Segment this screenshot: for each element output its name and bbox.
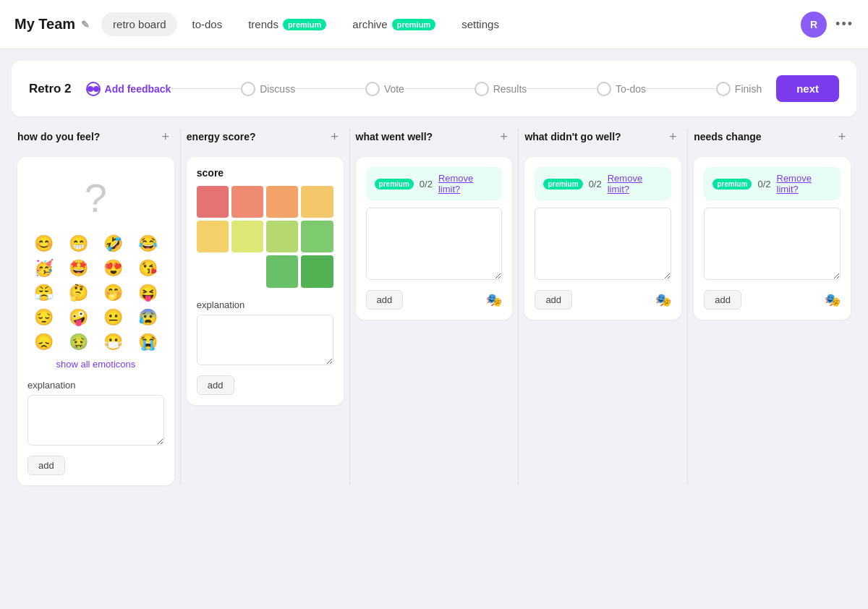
feel-explanation-textarea[interactable]	[27, 395, 164, 446]
score-grid	[197, 186, 333, 288]
score-cell[interactable]	[231, 221, 263, 252]
more-menu-button[interactable]: •••	[835, 17, 854, 32]
needs-change-add-button[interactable]: add	[704, 290, 741, 310]
add-energy-button[interactable]: +	[326, 128, 344, 145]
add-feel-button[interactable]: +	[157, 128, 174, 145]
score-cell[interactable]	[301, 186, 333, 218]
score-cell[interactable]	[266, 186, 298, 218]
step-discuss[interactable]: Discuss	[241, 82, 295, 96]
column-went-well-title: what went well?	[356, 131, 433, 142]
needs-change-premium-banner: premium 0/2 Remove limit?	[704, 167, 841, 200]
score-cell[interactable]	[197, 221, 229, 252]
column-needs-change-header: needs change +	[694, 128, 851, 148]
column-went-well-header: what went well? +	[356, 128, 513, 148]
score-cell[interactable]	[301, 221, 333, 252]
tab-to-dos[interactable]: to-dos	[180, 12, 234, 36]
went-well-remove-limit[interactable]: Remove limit?	[438, 173, 493, 195]
emoji-cell[interactable]: 😂	[132, 233, 164, 255]
score-cell[interactable]	[231, 186, 263, 218]
didnt-go-well-premium-banner: premium 0/2 Remove limit?	[535, 167, 671, 200]
didnt-go-well-limit-count: 0/2	[589, 179, 602, 189]
went-well-card-footer: add 🎭	[366, 290, 503, 310]
emoji-cell[interactable]: 😘	[132, 257, 164, 279]
show-all-emoticons-link[interactable]: show all emoticons	[27, 359, 164, 370]
needs-change-card-footer: add 🎭	[704, 290, 841, 310]
score-cell[interactable]	[301, 255, 333, 287]
step-finish[interactable]: Finish	[716, 82, 762, 96]
emoji-cell[interactable]: 😰	[132, 307, 164, 328]
step-line-5	[646, 88, 716, 89]
score-cell[interactable]	[266, 221, 298, 252]
column-energy-header: energy score? +	[187, 128, 344, 148]
emoji-cell[interactable]: 🤪	[62, 307, 94, 328]
didnt-go-well-feedback-textarea[interactable]	[535, 208, 671, 280]
step-circle-results	[475, 82, 489, 96]
went-well-add-button[interactable]: add	[366, 290, 404, 310]
emoji-cell[interactable]: 🤩	[62, 257, 94, 279]
step-todos[interactable]: To-dos	[597, 82, 646, 96]
tab-settings[interactable]: settings	[450, 12, 511, 36]
step-add-feedback[interactable]: Add feedback	[86, 82, 171, 96]
mask-icon-didnt-go-well[interactable]: 🎭	[655, 292, 671, 308]
step-circle-add-feedback	[86, 82, 101, 96]
step-vote[interactable]: Vote	[365, 82, 404, 96]
emoji-cell[interactable]: 🤔	[62, 282, 94, 304]
column-didnt-go-well: what didn't go well? + premium 0/2 Remov…	[519, 128, 688, 485]
mask-icon-went-well[interactable]: 🎭	[486, 292, 502, 308]
board: how do you feel? + ? 😊😁🤣😂🥳🤩😍😘😤🤔🤭😝😔🤪😐😰😞🤢😷…	[0, 116, 868, 497]
emoji-cell[interactable]: 😤	[27, 282, 59, 304]
nav-tabs: retro board to-dos trends premium archiv…	[101, 12, 801, 36]
energy-explanation-textarea[interactable]	[197, 315, 333, 365]
emoji-cell[interactable]: 😷	[97, 331, 129, 353]
emoji-cell[interactable]: 😔	[27, 307, 59, 328]
emoji-cell[interactable]: 😍	[97, 257, 129, 279]
energy-card: score explanation add	[187, 157, 344, 405]
column-didnt-go-well-header: what didn't go well? +	[524, 128, 681, 148]
emoji-cell[interactable]: 😁	[62, 233, 94, 255]
feel-card: ? 😊😁🤣😂🥳🤩😍😘😤🤔🤭😝😔🤪😐😰😞🤢😷😭 show all emoticon…	[17, 157, 174, 485]
mask-icon-needs-change[interactable]: 🎭	[825, 292, 841, 308]
emoji-cell[interactable]: 🤣	[97, 233, 129, 255]
emoji-cell[interactable]: 😞	[27, 331, 59, 353]
retro-progress-header: Retro 2 Add feedback Discuss Vote Result…	[12, 61, 856, 116]
step-line-2	[295, 88, 365, 89]
didnt-go-well-card: premium 0/2 Remove limit? add 🎭	[524, 157, 681, 320]
needs-change-remove-limit[interactable]: Remove limit?	[777, 173, 832, 195]
emoji-cell[interactable]: 🥳	[27, 257, 59, 279]
emoji-cell[interactable]: 😭	[132, 331, 164, 353]
went-well-premium-banner: premium 0/2 Remove limit?	[366, 167, 503, 200]
column-didnt-go-well-title: what didn't go well?	[524, 131, 621, 142]
progress-steps: Add feedback Discuss Vote Results To-dos…	[86, 82, 762, 96]
add-needs-change-button[interactable]: +	[833, 128, 851, 145]
needs-change-limit-count: 0/2	[757, 179, 770, 189]
needs-change-feedback-textarea[interactable]	[704, 208, 841, 280]
emoji-cell[interactable]: 😐	[97, 307, 129, 328]
step-line-3	[404, 88, 475, 89]
next-button[interactable]: next	[776, 75, 839, 102]
trends-premium-badge: premium	[283, 19, 326, 30]
emoji-cell[interactable]: 😝	[132, 282, 164, 304]
column-energy-title: energy score?	[187, 131, 256, 142]
score-cell[interactable]	[197, 186, 229, 218]
emoji-cell[interactable]: 🤢	[62, 331, 94, 353]
didnt-go-well-add-button[interactable]: add	[535, 290, 572, 310]
step-results[interactable]: Results	[475, 82, 527, 96]
tab-archive[interactable]: archive premium	[341, 12, 447, 36]
emoji-grid: 😊😁🤣😂🥳🤩😍😘😤🤔🤭😝😔🤪😐😰😞🤢😷😭	[27, 233, 164, 353]
tab-trends[interactable]: trends premium	[237, 12, 338, 36]
add-went-well-button[interactable]: +	[495, 128, 512, 145]
edit-team-icon[interactable]: ✎	[81, 19, 90, 30]
feel-add-button[interactable]: add	[27, 456, 65, 475]
add-didnt-go-well-button[interactable]: +	[664, 128, 681, 145]
score-cell[interactable]	[266, 255, 298, 287]
energy-add-button[interactable]: add	[197, 375, 234, 395]
step-circle-todos	[597, 82, 611, 96]
user-avatar[interactable]: R	[801, 12, 827, 38]
emoji-cell[interactable]: 🤭	[97, 282, 129, 304]
went-well-premium-badge: premium	[375, 179, 414, 189]
archive-premium-badge: premium	[392, 19, 435, 30]
tab-retro-board[interactable]: retro board	[101, 12, 177, 36]
emoji-cell[interactable]: 😊	[27, 233, 59, 255]
went-well-feedback-textarea[interactable]	[366, 208, 503, 280]
didnt-go-well-remove-limit[interactable]: Remove limit?	[608, 173, 663, 195]
